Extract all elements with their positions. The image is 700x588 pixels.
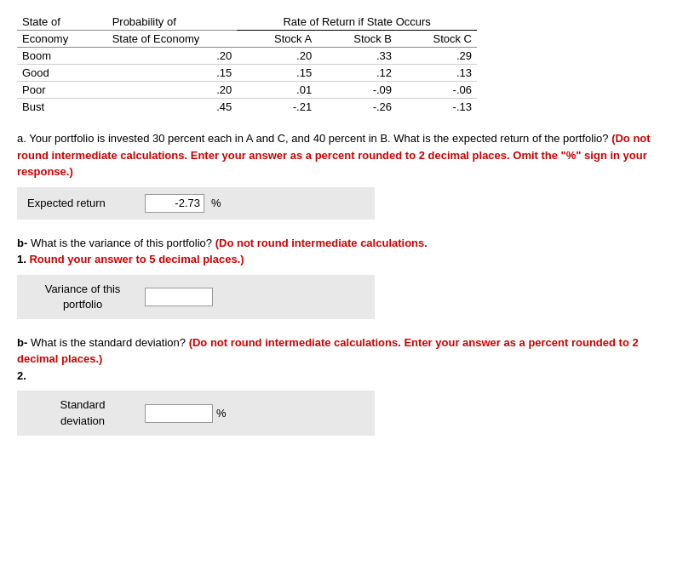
stddev-input-group: %	[145, 404, 227, 423]
stddev-label: Standard deviation	[27, 397, 138, 428]
question-b1-bold: (Do not round intermediate calculations.	[215, 237, 427, 249]
cell-stocka: .20	[237, 48, 317, 65]
question-a-label: a.	[17, 132, 26, 145]
stock-b-subheader: Stock B	[317, 31, 397, 48]
stock-c-subheader: Stock C	[397, 31, 477, 48]
cell-stockb: .12	[317, 65, 397, 82]
expected-return-label: Expected return	[27, 195, 138, 212]
table-row: Poor .20 .01 -.09 -.06	[17, 82, 477, 99]
cell-stockb: -.09	[317, 82, 397, 99]
state-of-header: State of	[17, 14, 107, 31]
question-b2-label-b: b-	[17, 336, 27, 349]
stddev-row: Standard deviation %	[17, 391, 375, 435]
percent-sign-a: %	[211, 195, 221, 212]
cell-stockb: -.26	[317, 99, 397, 116]
cell-stockc: -.13	[397, 99, 477, 116]
table-row: Bust .45 -.21 -.26 -.13	[17, 99, 477, 116]
cell-stocka: .01	[237, 82, 317, 99]
stddev-input[interactable]	[145, 404, 213, 423]
question-b1-label-num: 1.	[17, 253, 26, 265]
variance-input-field[interactable]	[146, 288, 212, 305]
economy-subheader: Economy	[17, 31, 107, 48]
state-of-economy-subheader: State of Economy	[107, 31, 238, 48]
probability-of-header: Probability of	[107, 14, 238, 31]
cell-economy: Poor	[17, 82, 107, 99]
question-b1-label-b: b-	[17, 237, 27, 249]
percent-sign-b2: %	[216, 405, 227, 422]
question-b1-block: b- What is the variance of this portfoli…	[17, 235, 681, 319]
question-b1-bold2: Round your answer to 5 decimal places.)	[29, 253, 244, 265]
expected-return-input[interactable]	[145, 194, 204, 213]
rate-of-return-header: Rate of Return if State Occurs	[237, 14, 477, 31]
cell-prob: .20	[107, 82, 238, 99]
cell-prob: .15	[107, 65, 238, 82]
data-table: State of Probability of Rate of Return i…	[17, 14, 683, 115]
cell-stockc: .29	[397, 48, 477, 65]
stock-a-subheader: Stock A	[237, 31, 317, 48]
question-b2-block: b- What is the standard deviation? (Do n…	[17, 334, 681, 436]
variance-row: Variance of this portfolio	[17, 275, 375, 319]
question-b2-text: b- What is the standard deviation? (Do n…	[17, 334, 681, 385]
cell-prob: .20	[107, 48, 238, 65]
cell-stocka: -.21	[237, 99, 317, 116]
cell-stocka: .15	[237, 65, 317, 82]
expected-return-row: Expected return %	[17, 187, 375, 220]
cell-stockb: .33	[317, 48, 397, 65]
table-row: Good .15 .15 .12 .13	[17, 65, 477, 82]
question-b2-label-num: 2.	[17, 369, 26, 382]
question-a-text: a. Your portfolio is invested 30 percent…	[17, 130, 681, 180]
stddev-input-field[interactable]	[146, 405, 212, 422]
question-a-block: a. Your portfolio is invested 30 percent…	[17, 130, 681, 220]
cell-prob: .45	[107, 99, 238, 116]
cell-economy: Boom	[17, 48, 107, 65]
cell-economy: Good	[17, 65, 107, 82]
cell-stockc: -.06	[397, 82, 477, 99]
variance-label: Variance of this portfolio	[27, 282, 138, 312]
table-row: Boom .20 .20 .33 .29	[17, 48, 477, 65]
variance-input[interactable]	[145, 288, 213, 306]
cell-stockc: .13	[397, 65, 477, 82]
cell-economy: Bust	[17, 99, 107, 116]
question-b1-text: b- What is the variance of this portfoli…	[17, 235, 681, 268]
